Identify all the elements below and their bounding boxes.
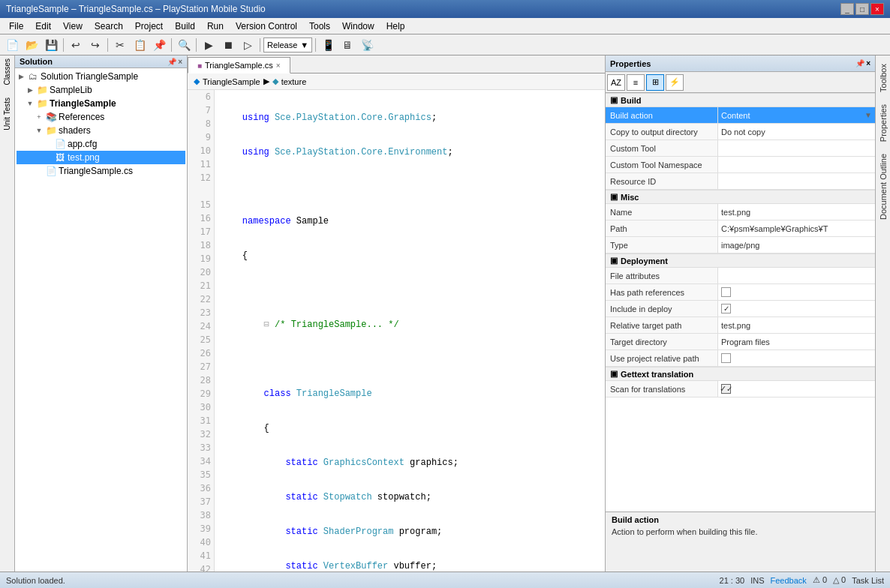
expand-shaders[interactable]: ▼: [35, 127, 44, 134]
tree-testpng[interactable]: ▶ 🖼 test.png: [17, 151, 185, 164]
device-btn[interactable]: 📱: [319, 37, 337, 53]
menu-run[interactable]: Run: [201, 20, 230, 33]
tab-close-btn[interactable]: ×: [276, 62, 281, 70]
deployment-section-header[interactable]: ▣ Deployment: [606, 254, 875, 268]
expand-solution[interactable]: ▶: [17, 73, 26, 80]
prop-alpha-btn[interactable]: AZ: [607, 74, 625, 91]
misc-section-header[interactable]: ▣ Misc: [606, 190, 875, 204]
sep2: [107, 38, 108, 52]
wifi-btn[interactable]: 📡: [358, 37, 376, 53]
run-btn[interactable]: ▷: [239, 37, 257, 53]
shaders-icon: 📁: [45, 124, 57, 136]
config-selector[interactable]: Release ▼: [263, 38, 312, 52]
title-bar-controls[interactable]: _ □ ×: [840, 3, 884, 15]
undo-btn[interactable]: ↩: [67, 37, 85, 53]
menu-tools[interactable]: Tools: [303, 20, 336, 33]
prop-row-build-action[interactable]: Build action Content ▼: [606, 107, 875, 124]
prop-row-scan-trans[interactable]: Scan for translations ✓: [606, 381, 875, 398]
sim-btn[interactable]: 🖥: [338, 37, 356, 53]
build-action-arrow[interactable]: ▼: [864, 111, 872, 119]
stop-btn[interactable]: ⏹: [219, 37, 237, 53]
misc-collapse-icon: ▣: [610, 192, 618, 202]
properties-pin[interactable]: 📌: [855, 59, 864, 68]
minimize-btn[interactable]: _: [840, 3, 854, 15]
open-btn[interactable]: 📂: [23, 37, 41, 53]
prop-row-type[interactable]: Type image/png: [606, 237, 875, 254]
menu-view[interactable]: View: [57, 20, 89, 33]
has-path-refs-checkbox[interactable]: [721, 287, 731, 297]
menu-edit[interactable]: Edit: [29, 20, 57, 33]
properties-side-tab[interactable]: Properties: [876, 99, 890, 147]
tab-trianglesample-cs[interactable]: ■ TriangleSample.cs ×: [188, 57, 290, 74]
use-proj-rel-name: Use project relative path: [606, 350, 718, 366]
tree-trianglesample-cs[interactable]: ▶ 📄 TriangleSample.cs: [17, 164, 185, 178]
menu-build[interactable]: Build: [169, 20, 201, 33]
build-btn[interactable]: ▶: [200, 37, 218, 53]
expand-references[interactable]: +: [35, 113, 44, 121]
include-deploy-checkbox[interactable]: [721, 304, 731, 314]
properties-close[interactable]: ×: [866, 59, 870, 68]
prop-row-copy-output[interactable]: Copy to output directory Do not copy: [606, 124, 875, 140]
menu-help[interactable]: Help: [380, 20, 411, 33]
build-section-header[interactable]: ▣ Build: [606, 93, 875, 107]
prop-row-custom-tool-ns[interactable]: Custom Tool Namespace: [606, 157, 875, 173]
maximize-btn[interactable]: □: [855, 3, 869, 15]
prop-row-custom-tool[interactable]: Custom Tool: [606, 140, 875, 157]
prop-row-target-dir[interactable]: Target directory Program files: [606, 334, 875, 350]
scan-trans-checkbox[interactable]: ✓: [721, 384, 731, 394]
custom-tool-name: Custom Tool: [606, 140, 718, 156]
save-btn[interactable]: 💾: [42, 37, 60, 53]
menu-search[interactable]: Search: [89, 20, 129, 33]
menu-file[interactable]: File: [3, 20, 29, 33]
menu-project[interactable]: Project: [129, 20, 169, 33]
build-action-value[interactable]: Content ▼: [718, 107, 875, 123]
menu-vcs[interactable]: Version Control: [230, 20, 303, 33]
collapse-12[interactable]: ⊟: [264, 320, 269, 330]
toolbox-tab[interactable]: Toolbox: [876, 58, 890, 98]
paste-btn[interactable]: 📌: [150, 37, 168, 53]
prop-row-has-path-refs[interactable]: Has path references: [606, 284, 875, 301]
line-numbers: 6 7 8 9 10 11 12 15 16 17 18 19 20 21 22…: [188, 90, 215, 572]
deployment-section-label: Deployment: [621, 256, 668, 266]
tree-trianglesample[interactable]: ▼ 📁 TriangleSample: [17, 97, 185, 110]
find-btn[interactable]: 🔍: [175, 37, 193, 53]
copy-btn[interactable]: 📋: [131, 37, 149, 53]
code-content[interactable]: using Sce.PlayStation.Core.Graphics; usi…: [215, 90, 605, 572]
custom-tool-ns-value: [718, 157, 875, 172]
solution-label: Solution TriangleSample: [41, 71, 138, 82]
tree-samplelib[interactable]: ▶ 📁 SampleLib: [17, 83, 185, 97]
prop-row-file-attrs[interactable]: File attributes: [606, 268, 875, 284]
tree-shaders[interactable]: ▼ 📁 shaders: [17, 124, 185, 137]
prop-row-include-deploy[interactable]: Include in deploy: [606, 301, 875, 317]
tree-references[interactable]: + 📚 References: [17, 110, 185, 124]
solution-pin-btn[interactable]: 📌: [167, 58, 176, 66]
tree-solution[interactable]: ▶ 🗂 Solution TriangleSample: [17, 70, 185, 83]
target-dir-value: Program files: [718, 334, 875, 350]
task-list-btn[interactable]: Task List: [852, 576, 884, 585]
solution-close-btn[interactable]: ×: [178, 58, 182, 66]
main-layout: Classes Unit Tests Solution 📌 × ▶ 🗂 Solu…: [0, 56, 890, 572]
prop-row-name[interactable]: Name test.png: [606, 204, 875, 220]
prop-row-use-proj-rel[interactable]: Use project relative path: [606, 350, 875, 367]
solution-header-controls[interactable]: 📌 ×: [167, 58, 182, 66]
prop-row-rel-target[interactable]: Relative target path test.png: [606, 317, 875, 334]
unit-tests-tab[interactable]: Unit Tests: [3, 98, 11, 130]
prop-grid-btn[interactable]: ⊞: [646, 74, 664, 91]
use-proj-rel-checkbox[interactable]: [721, 353, 731, 363]
prop-cat-btn[interactable]: ≡: [627, 74, 645, 91]
gettext-section-header[interactable]: ▣ Gettext translation: [606, 367, 875, 381]
prop-row-path[interactable]: Path C:¥psm¥sample¥Graphics¥T: [606, 220, 875, 237]
classes-tab[interactable]: Classes: [3, 58, 11, 86]
prop-event-btn[interactable]: ⚡: [666, 74, 684, 91]
menu-window[interactable]: Window: [336, 20, 380, 33]
doc-outline-tab[interactable]: Document Outline: [876, 148, 890, 225]
prop-row-resource-id[interactable]: Resource ID: [606, 173, 875, 190]
new-btn[interactable]: 📄: [3, 37, 21, 53]
expand-trianglesample[interactable]: ▼: [26, 100, 35, 107]
redo-btn[interactable]: ↪: [86, 37, 104, 53]
tree-appcfg[interactable]: ▶ 📄 app.cfg: [17, 137, 185, 151]
feedback-btn[interactable]: Feedback: [771, 576, 807, 585]
close-btn[interactable]: ×: [870, 3, 884, 15]
cut-btn[interactable]: ✂: [111, 37, 129, 53]
expand-samplelib[interactable]: ▶: [26, 86, 35, 94]
